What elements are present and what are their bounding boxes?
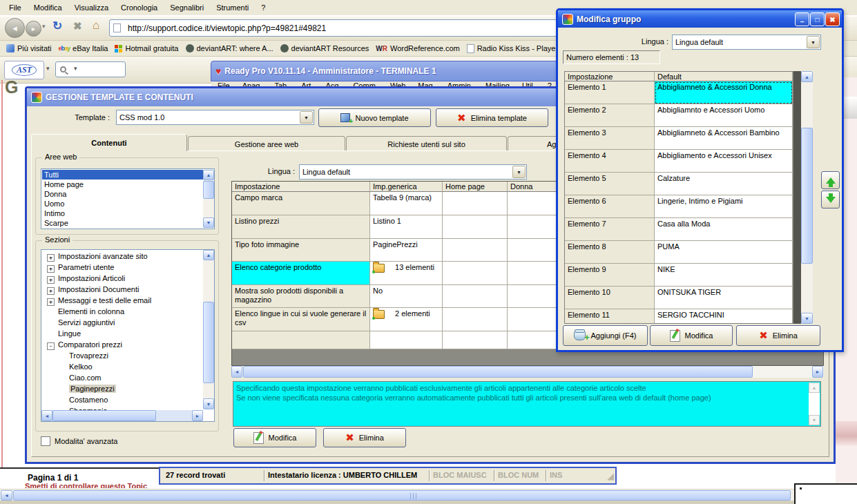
tab-richieste-utenti[interactable]: Richieste utenti sul sito [346, 136, 507, 151]
scroll-thumb[interactable] [243, 366, 753, 378]
dialog-header-default[interactable]: Default [655, 72, 793, 81]
grid-cell-value[interactable]: No [370, 285, 443, 308]
dialog-cell-name[interactable]: Elemento 11 [565, 309, 655, 324]
ast-logo[interactable]: AST [4, 61, 44, 79]
tree-item[interactable]: Costameno [69, 395, 108, 406]
tree-item[interactable]: Ciao.com [69, 373, 101, 384]
stop-icon[interactable]: ✖ [73, 20, 82, 32]
bookmark-hotmail[interactable]: Hotmail gratuita [111, 41, 182, 56]
tree-item[interactable]: Elementi in colonna [58, 307, 124, 318]
lingua-dropdown-button[interactable]: ▼ [512, 166, 526, 178]
expand-icon[interactable]: + [47, 254, 55, 262]
expand-icon[interactable]: + [47, 265, 55, 273]
scroll-thumb[interactable] [801, 128, 813, 264]
tree-vscrollbar[interactable]: ▲ ▼ [203, 250, 214, 409]
browser-menu-visualizza[interactable]: Visualizza [68, 1, 115, 14]
reload-icon[interactable]: ↻ [52, 19, 62, 33]
move-down-button[interactable] [821, 191, 840, 209]
tree-item[interactable]: Trovaprezzi [69, 351, 108, 362]
list-item[interactable]: Uomo [42, 199, 203, 209]
dialog-modifica-button[interactable]: Modifica [650, 325, 733, 346]
dialog-cell-value[interactable]: PUMA [655, 241, 793, 264]
scroll-left-button[interactable]: ◄ [41, 410, 52, 421]
grid-cell-value[interactable]: PaginePrezzi [370, 239, 443, 262]
expand-icon[interactable]: + [47, 287, 55, 295]
dialog-cell-name[interactable]: Elemento 6 [565, 195, 655, 218]
back-button[interactable]: ◄ [5, 18, 25, 38]
ast-menu-caret-icon[interactable]: ▾ [46, 65, 50, 72]
rp-menu-item[interactable]: Tab. [268, 81, 295, 86]
dialog-cell-name[interactable]: Elemento 4 [565, 150, 655, 173]
dialog-elimina-button[interactable]: ✖ Elimina [736, 325, 820, 346]
rp-menu-item[interactable]: File [211, 81, 236, 86]
minimize-button[interactable]: – [795, 12, 809, 26]
dialog-cell-value[interactable]: SERGIO TACCHINI [655, 309, 793, 324]
grid-cell-empty[interactable] [443, 192, 508, 215]
grid-cell-name[interactable]: Elenco lingue in cui si vuole generare i… [232, 308, 370, 331]
tree-item-pagineprezzi-selected[interactable]: Pagineprezzi [69, 384, 116, 395]
grid-hscrollbar[interactable]: ◄ ► [231, 366, 824, 378]
grid-cell-empty[interactable] [443, 285, 508, 308]
tab-gestione-aree-web[interactable]: Gestione aree web [188, 136, 345, 151]
tab-contenuti[interactable]: Contenuti [31, 134, 187, 151]
grid-cell-name[interactable]: Mostra solo prodotti disponibili a magaz… [232, 285, 370, 308]
resize-grip-icon[interactable]: ◢ [607, 471, 614, 481]
browser-menu-file[interactable]: File [3, 1, 28, 14]
scroll-down-button[interactable]: ▼ [203, 398, 214, 409]
grid-cell-empty[interactable] [370, 331, 443, 349]
dialog-cell-name[interactable]: Elemento 7 [565, 218, 655, 241]
tree-item[interactable]: +Impostazioni Articoli [47, 273, 125, 284]
scroll-up-button[interactable]: ▲ [801, 71, 813, 82]
expand-icon[interactable]: + [47, 276, 55, 284]
grid-cell-value[interactable]: 13 elementi [370, 262, 443, 285]
dialog-lingua-combobox[interactable]: Lingua default ▼ [672, 35, 821, 50]
scroll-left-button[interactable]: ◄ [231, 366, 242, 378]
tree-item[interactable]: Servizi aggiuntivi [58, 318, 115, 329]
template-dropdown-button[interactable]: ▼ [300, 111, 313, 124]
lingua-combobox[interactable]: Lingua default ▼ [299, 164, 527, 180]
rp-menu-item[interactable]: Util. [516, 81, 541, 86]
list-item[interactable]: Donna [42, 189, 203, 199]
grid-cell-empty[interactable] [443, 215, 508, 239]
dialog-cell-name[interactable]: Elemento 2 [565, 104, 655, 127]
browser-hscrollbar[interactable]: ◄ [0, 489, 857, 501]
browser-menu-cronologia[interactable]: Cronologia [115, 1, 164, 14]
dialog-vscrollbar[interactable]: ▲ ▼ [801, 71, 813, 324]
list-item-tutti[interactable]: Tutti [42, 170, 203, 180]
tree-item[interactable]: +Messaggi e testi delle email [47, 295, 151, 307]
info-scrollbar[interactable]: ▲ ▼ [809, 382, 820, 425]
list-item[interactable]: Home page [42, 180, 203, 189]
dialog-cell-value[interactable]: Lingerie, Intimo e Pigiami [655, 195, 793, 218]
dialog-cell-value[interactable]: NIKE [655, 264, 793, 287]
rp-menu-item[interactable]: Anag. [236, 81, 269, 86]
grid-cell-value[interactable]: 2 elementi [370, 308, 443, 331]
grid-cell-name-selected[interactable]: Elenco categorie prodotto [232, 262, 370, 285]
collapse-icon[interactable]: - [47, 342, 55, 350]
list-item[interactable]: Scarpe [42, 218, 203, 228]
aree-web-list[interactable]: Tutti Home page Donna Uomo Intimo Scarpe… [41, 168, 215, 229]
tree-item[interactable]: Lingue [58, 329, 81, 340]
scroll-thumb[interactable] [13, 490, 791, 501]
rp-menu-item[interactable]: Mailing [479, 81, 516, 86]
bookmark-wordreference[interactable]: WRWordReference.com [372, 41, 463, 56]
dialog-header-impostazione[interactable]: Impostazione [565, 72, 655, 81]
grid-cell-name[interactable]: Listino prezzi [232, 215, 370, 239]
dialog-cell-name[interactable]: Elemento 10 [565, 287, 655, 309]
scroll-down-button[interactable]: ▼ [801, 313, 813, 324]
bookmark-ebay[interactable]: ebayeBay Italia [55, 41, 112, 56]
browser-menu-modifica[interactable]: Modifica [28, 1, 68, 14]
dialog-cell-value[interactable]: ONITSUKA TIGER [655, 287, 793, 309]
scroll-up-button[interactable]: ▲ [809, 382, 820, 393]
tree-hscrollbar[interactable]: ◄ ► [41, 410, 203, 421]
grid-cell-empty[interactable] [443, 331, 508, 349]
nuovo-template-button[interactable]: Nuovo template [318, 108, 431, 127]
bookmark-deviantart-1[interactable]: deviantART: where A... [182, 41, 277, 56]
scroll-down-button[interactable]: ▼ [203, 217, 214, 228]
tree-item[interactable]: +Impostazioni Documenti [47, 284, 139, 295]
checkbox[interactable] [41, 436, 50, 446]
grid-cell-empty[interactable] [232, 331, 370, 349]
grid-cell-empty[interactable] [443, 239, 508, 262]
rp-menu-item[interactable]: Art. [295, 81, 319, 86]
dialog-titlebar[interactable]: Modifica gruppo – □ ✖ [558, 10, 842, 28]
home-icon[interactable]: ⌂ [93, 19, 99, 32]
